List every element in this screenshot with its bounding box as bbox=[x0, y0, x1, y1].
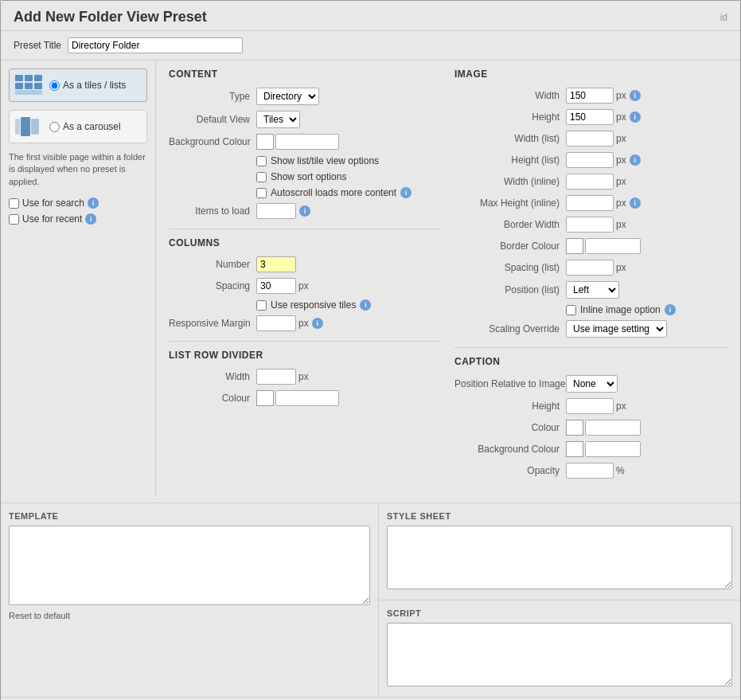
columns-spacing-row: Spacing px bbox=[169, 278, 442, 294]
caption-bg-colour-input[interactable] bbox=[585, 441, 641, 457]
right-panels: STYLE SHEET SCRIPT bbox=[379, 503, 740, 697]
use-for-search-checkbox[interactable] bbox=[9, 198, 19, 209]
preset-title-input[interactable] bbox=[68, 37, 243, 53]
divider-colour-input[interactable] bbox=[275, 390, 339, 406]
caption-opacity-input[interactable] bbox=[566, 463, 614, 479]
items-to-load-input[interactable] bbox=[256, 203, 296, 219]
caption-opacity-label: Opacity bbox=[454, 465, 566, 476]
image-section: IMAGE Width px i Height px i Wid bbox=[454, 68, 727, 338]
reset-to-default-link[interactable]: Reset to default bbox=[9, 611, 70, 620]
image-width-list-input[interactable] bbox=[566, 131, 614, 147]
spacing-list-row: Spacing (list) px bbox=[454, 260, 727, 276]
list-row-divider-title: LIST ROW DIVIDER bbox=[169, 350, 442, 361]
default-view-select[interactable]: Tiles List bbox=[256, 111, 300, 128]
dialog-footer: Cancel OK bbox=[1, 697, 740, 700]
use-responsive-checkbox[interactable] bbox=[256, 300, 267, 311]
caption-position-row: Position Relative to Image None Below Ab… bbox=[454, 375, 727, 393]
image-max-height-inline-row: Max Height (inline) px i bbox=[454, 195, 727, 211]
type-select[interactable]: Directory Media Custom bbox=[256, 88, 319, 105]
caption-bg-colour-swatch[interactable] bbox=[566, 441, 583, 457]
carousel-radio[interactable] bbox=[49, 122, 60, 132]
position-list-select[interactable]: Left Right Center bbox=[566, 281, 619, 299]
columns-section: COLUMNS Number Spacing px Use responsi bbox=[169, 237, 442, 331]
preset-title-label: Preset Title bbox=[14, 40, 61, 51]
border-colour-swatch[interactable] bbox=[566, 238, 583, 254]
show-sort-checkbox[interactable] bbox=[256, 172, 267, 182]
columns-section-title: COLUMNS bbox=[169, 237, 442, 248]
image-width-list-label: Width (list) bbox=[454, 133, 566, 144]
position-list-label: Position (list) bbox=[454, 284, 566, 295]
columns-number-row: Number bbox=[169, 256, 442, 272]
caption-colour-swatch[interactable] bbox=[566, 420, 583, 436]
caption-position-select[interactable]: None Below Above Left Right bbox=[566, 375, 618, 393]
tiles-list-option[interactable]: As a tiles / lists bbox=[9, 68, 147, 102]
divider-width-input[interactable] bbox=[256, 369, 296, 385]
image-height-list-row: Height (list) px i bbox=[454, 152, 727, 168]
carousel-label[interactable]: As a carousel bbox=[49, 121, 121, 132]
divider-colour-swatch[interactable] bbox=[256, 390, 274, 406]
type-label: Type bbox=[169, 91, 256, 102]
use-for-recent-item: Use for recent i bbox=[9, 213, 147, 225]
border-width-label: Border Width bbox=[454, 219, 566, 230]
image-max-height-inline-input[interactable] bbox=[566, 195, 614, 211]
image-height-list-input[interactable] bbox=[566, 152, 614, 168]
sidebar-checkboxes: Use for search i Use for recent i bbox=[9, 197, 147, 225]
background-colour-label: Background Colour bbox=[169, 136, 256, 147]
use-for-recent-checkbox[interactable] bbox=[9, 214, 19, 225]
divider-width-label: Width bbox=[169, 371, 256, 382]
caption-height-input[interactable] bbox=[566, 398, 614, 414]
script-textarea[interactable] bbox=[387, 623, 732, 686]
autoscroll-checkbox[interactable] bbox=[256, 188, 267, 198]
columns-spacing-input[interactable] bbox=[256, 278, 296, 294]
caption-height-label: Height bbox=[454, 401, 566, 412]
caption-position-label: Position Relative to Image bbox=[454, 378, 566, 389]
list-row-divider-section: LIST ROW DIVIDER Width px Colour bbox=[169, 350, 442, 406]
scaling-override-select[interactable]: Use image setting None Cover Contain bbox=[566, 320, 667, 338]
caption-colour-label: Colour bbox=[454, 422, 566, 433]
divider-width-px: px bbox=[298, 371, 309, 382]
left-sidebar: As a tiles / lists As a carousel The bbox=[1, 61, 156, 496]
svg-rect-7 bbox=[21, 117, 30, 136]
show-list-tile-checkbox[interactable] bbox=[256, 156, 267, 166]
image-height-input[interactable] bbox=[566, 109, 614, 125]
border-colour-input[interactable] bbox=[585, 238, 641, 254]
checkboxes-group: Show list/tile view options Show sort op… bbox=[256, 155, 442, 198]
stylesheet-textarea[interactable] bbox=[387, 526, 732, 589]
spacing-list-input[interactable] bbox=[566, 260, 614, 276]
content-section: CONTENT Type Directory Media Custom Defa… bbox=[169, 68, 442, 219]
image-height-row: Height px i bbox=[454, 109, 727, 125]
caption-height-row: Height px bbox=[454, 398, 727, 414]
right-content: CONTENT Type Directory Media Custom Defa… bbox=[156, 61, 740, 496]
tiles-radio[interactable] bbox=[49, 80, 60, 91]
image-width-info: i bbox=[630, 90, 641, 101]
background-colour-input[interactable] bbox=[275, 134, 339, 150]
position-list-row: Position (list) Left Right Center bbox=[454, 281, 727, 299]
svg-rect-2 bbox=[34, 75, 42, 81]
template-textarea[interactable] bbox=[9, 526, 370, 605]
svg-rect-6 bbox=[15, 90, 42, 95]
content-column: CONTENT Type Directory Media Custom Defa… bbox=[169, 68, 442, 488]
border-colour-row: Border Colour bbox=[454, 238, 727, 254]
columns-number-label: Number bbox=[169, 259, 256, 270]
caption-colour-input[interactable] bbox=[585, 420, 641, 436]
scaling-override-label: Scaling Override bbox=[454, 323, 566, 334]
border-width-input[interactable] bbox=[566, 217, 614, 233]
columns-number-input[interactable] bbox=[256, 256, 296, 272]
inline-image-checkbox[interactable] bbox=[566, 305, 576, 315]
background-colour-swatch[interactable] bbox=[256, 134, 274, 150]
script-panel: SCRIPT bbox=[379, 600, 740, 697]
image-width-list-row: Width (list) px bbox=[454, 131, 727, 147]
image-width-inline-input[interactable] bbox=[566, 174, 614, 190]
responsive-margin-input[interactable] bbox=[256, 315, 296, 331]
tiles-list-label[interactable]: As a tiles / lists bbox=[49, 80, 126, 91]
image-max-height-inline-label: Max Height (inline) bbox=[454, 197, 566, 209]
carousel-option[interactable]: As a carousel bbox=[9, 110, 147, 143]
responsive-margin-info: i bbox=[312, 318, 323, 329]
responsive-margin-row: Responsive Margin px i bbox=[169, 315, 442, 331]
sidebar-description: The first visible page within a folder i… bbox=[9, 151, 147, 188]
image-width-input[interactable] bbox=[566, 88, 614, 104]
content-section-title: CONTENT bbox=[169, 68, 442, 80]
default-view-label: Default View bbox=[169, 114, 256, 125]
stylesheet-panel-title: STYLE SHEET bbox=[387, 511, 732, 521]
divider-colour-label: Colour bbox=[169, 393, 256, 404]
